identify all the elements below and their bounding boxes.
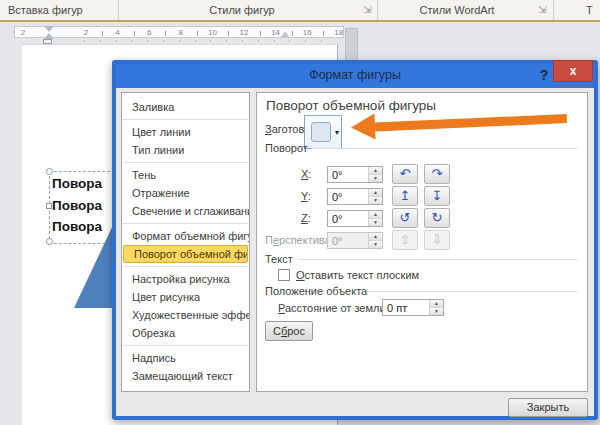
axis-label: Y:: [265, 190, 327, 202]
axis-label: X:: [265, 168, 327, 180]
sidebar-item[interactable]: Художественные эффекты: [122, 306, 249, 324]
sidebar-item[interactable]: Заливка: [122, 98, 249, 116]
sidebar-item[interactable]: Свечение и сглаживание: [122, 202, 249, 220]
rotate-y-down-icon[interactable]: ↧: [424, 186, 450, 206]
ruler-ticks: [102, 31, 342, 36]
rotate-z-ccw-icon[interactable]: ↺: [392, 208, 418, 228]
sidebar-separator: [122, 223, 249, 224]
help-icon[interactable]: ?: [536, 67, 552, 83]
close-icon[interactable]: x: [553, 60, 593, 82]
spinner-up-icon[interactable]: ▲: [430, 300, 443, 308]
rotate-x-right-icon[interactable]: ↷: [424, 164, 450, 184]
keep-text-flat-label: Оставить текст плоским: [296, 269, 419, 281]
angle-value[interactable]: 0°: [328, 189, 368, 204]
angle-spinner: 0°▲▼: [327, 232, 383, 249]
first-line-indent-marker[interactable]: [44, 26, 54, 32]
rotation-row: X:0°▲▼↶↷: [257, 163, 589, 185]
spinner-up-icon[interactable]: ▲: [369, 167, 382, 175]
dialog-titlebar[interactable]: Формат фигуры: [116, 64, 594, 88]
spinner-down-icon[interactable]: ▼: [369, 219, 382, 226]
sidebar-item[interactable]: Цвет рисунка: [122, 288, 249, 306]
rotation-row: Z:0°▲▼↺↻: [257, 207, 589, 229]
perspective-widen-icon: ⇩: [424, 230, 450, 250]
rotation-row: Перспектива:0°▲▼⇧⇩: [257, 229, 589, 251]
section-divider: [297, 259, 577, 260]
textbox-line: Повора: [52, 173, 118, 195]
spinner-down-icon: ▼: [369, 241, 382, 248]
axis-label: Z:: [265, 212, 327, 224]
selection-handle[interactable]: [46, 238, 53, 245]
dialog-launcher-icon[interactable]: ⇲: [363, 3, 371, 17]
rotate-z-cw-icon[interactable]: ↻: [424, 208, 450, 228]
distance-value[interactable]: 0 пт: [383, 300, 429, 315]
rotation-section-label: Поворот: [265, 142, 308, 154]
category-sidebar: ЗаливкаЦвет линииТип линииТеньОтражениеС…: [121, 92, 250, 392]
keep-text-flat-checkbox[interactable]: [278, 269, 290, 281]
sidebar-separator: [122, 162, 249, 163]
textbox-text[interactable]: ПовораПовораПовора: [52, 173, 118, 238]
horizontal-ruler: 224681012141618: [14, 26, 344, 38]
close-dialog-button[interactable]: Закрыть: [508, 398, 588, 417]
ruler-number: 2: [21, 28, 25, 37]
ribbon-group-wordart-styles: Стили WordArt: [377, 4, 537, 16]
section-divider: [311, 148, 577, 149]
axis-label: Перспектива:: [265, 234, 327, 246]
ruler-number: 2: [84, 28, 88, 37]
textbox-line: Повора: [52, 216, 118, 238]
preset-thumbnail-icon: [311, 122, 331, 142]
text-section-label: Текст: [265, 253, 293, 265]
angle-spinner[interactable]: 0°▲▼: [327, 210, 383, 227]
arrow-shaft: [375, 114, 567, 131]
ribbon-group-insert-shapes: Вставка фигур: [8, 4, 83, 16]
sidebar-item[interactable]: Настройка рисунка: [122, 270, 249, 288]
section-divider: [367, 291, 577, 292]
reset-button[interactable]: Сброс: [265, 321, 313, 341]
sidebar-item[interactable]: Тип линии: [122, 141, 249, 159]
dialog-title: Формат фигуры: [116, 68, 594, 82]
ribbon-group-clipped: Т: [586, 4, 593, 16]
sidebar-item[interactable]: Тень: [122, 166, 249, 184]
arrow-head-icon: [350, 113, 375, 140]
spinner-down-icon[interactable]: ▼: [369, 197, 382, 204]
ribbon-divider: [553, 0, 554, 20]
sidebar-item[interactable]: Поворот объемной фигуры: [123, 245, 248, 263]
spinner-up-icon: ▲: [369, 233, 382, 241]
angle-value: 0°: [328, 233, 368, 248]
perspective-narrow-icon: ⇧: [392, 230, 418, 250]
format-shape-dialog: Формат фигуры ? x ЗаливкаЦвет линииТип л…: [112, 60, 598, 420]
sidebar-separator: [122, 119, 249, 120]
sidebar-item[interactable]: Формат объемной фигуры: [122, 227, 249, 245]
rotate-y-up-icon[interactable]: ↥: [392, 186, 418, 206]
object-position-section-label: Положение объекта: [265, 285, 367, 297]
sidebar-item[interactable]: Цвет линии: [122, 123, 249, 141]
sidebar-item[interactable]: Замещающий текст: [122, 367, 249, 385]
angle-value[interactable]: 0°: [328, 211, 368, 226]
ribbon-group-shape-styles: Стили фигур: [118, 4, 366, 16]
rotation-row: Y:0°▲▼↥↧: [257, 185, 589, 207]
sidebar-separator: [122, 266, 249, 267]
distance-from-ground-label: Расстояние от земли:: [278, 302, 389, 314]
ruler-subticks: [84, 40, 334, 42]
dialog-launcher-icon[interactable]: ⇲: [538, 3, 546, 17]
word-window: Вставка фигур Стили фигур ⇲ Стили WordAr…: [0, 0, 600, 425]
sidebar-item[interactable]: Обрезка: [122, 324, 249, 342]
distance-from-ground-spinner[interactable]: 0 пт ▲▼: [382, 299, 444, 316]
sidebar-item[interactable]: Отражение: [122, 184, 249, 202]
angle-spinner[interactable]: 0°▲▼: [327, 188, 383, 205]
spinner-down-icon[interactable]: ▼: [369, 175, 382, 182]
spinner-up-icon[interactable]: ▲: [369, 211, 382, 219]
spinner-down-icon[interactable]: ▼: [430, 308, 443, 315]
sidebar-separator: [122, 345, 249, 346]
ribbon-strip: Вставка фигур Стили фигур ⇲ Стили WordAr…: [0, 0, 600, 22]
spinner-up-icon[interactable]: ▲: [369, 189, 382, 197]
rotation-panel: Поворот объемной фигуры Заготовки: ▾ Пов…: [256, 92, 588, 392]
angle-spinner[interactable]: 0°▲▼: [327, 166, 383, 183]
sidebar-item[interactable]: Надпись: [122, 349, 249, 367]
rotate-x-left-icon[interactable]: ↶: [392, 164, 418, 184]
presets-dropdown[interactable]: ▾: [304, 115, 342, 149]
chevron-down-icon: ▾: [335, 128, 339, 137]
textbox-line: Повора: [52, 195, 118, 217]
angle-value[interactable]: 0°: [328, 167, 368, 182]
right-indent-marker[interactable]: [280, 31, 290, 38]
